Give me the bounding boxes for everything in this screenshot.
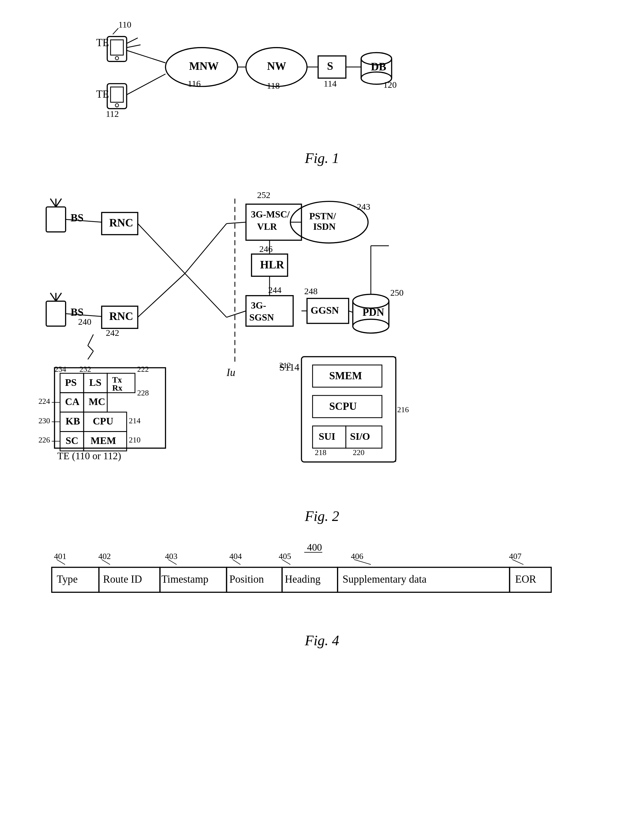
label-226: 226 <box>38 436 50 444</box>
svg-line-56 <box>88 334 94 345</box>
eor-cell: EOR <box>515 573 536 585</box>
svg-line-3 <box>127 38 138 44</box>
label-212: 212 <box>279 361 291 370</box>
label-250: 250 <box>390 288 404 298</box>
sc-label: SC <box>66 435 79 446</box>
label-224: 224 <box>38 397 50 406</box>
mc-label: MC <box>89 396 105 407</box>
svg-line-17 <box>127 74 166 95</box>
label-110: 110 <box>118 20 131 29</box>
svg-line-57 <box>88 346 94 351</box>
svg-line-27 <box>50 293 56 301</box>
scpu-label: SCPU <box>329 401 357 412</box>
timestamp-cell: Timestamp <box>161 573 209 585</box>
label-242: 242 <box>106 328 119 337</box>
bs1-label: BS <box>71 212 83 224</box>
label-406: 406 <box>351 552 363 561</box>
ls-label: LS <box>89 377 101 388</box>
label-214: 214 <box>129 416 141 425</box>
mem-label: MEM <box>90 435 116 446</box>
svg-line-36 <box>185 273 227 317</box>
fig4-title: 400 <box>307 542 322 553</box>
label-403: 403 <box>165 552 177 561</box>
pstn-label1: PSTN/ <box>309 211 336 221</box>
label-116: 116 <box>188 79 200 88</box>
tx-label: Tx <box>112 375 122 384</box>
sui-label: SUI <box>319 431 335 442</box>
label-401: 401 <box>54 552 67 561</box>
svg-line-5 <box>113 28 118 34</box>
svg-rect-7 <box>111 87 123 102</box>
svg-line-29 <box>56 293 61 301</box>
sgsn-label1: 3G- <box>251 300 266 311</box>
cpu-label: CPU <box>93 416 113 427</box>
svg-line-49 <box>349 311 353 313</box>
label-220: 220 <box>353 448 365 457</box>
fig4-svg: 400 401 402 403 404 405 406 407 <box>24 536 620 626</box>
pstn-label2: ISDN <box>313 221 335 232</box>
fig1-diagram: TE 110 TE 112 MNW 116 NW 118 S 114 <box>24 18 620 144</box>
fig2-diagram: BS RNC BS 240 RNC 242 <box>24 178 620 502</box>
label-230: 230 <box>38 416 50 425</box>
fig2-label: Fig. 2 <box>24 508 620 524</box>
label-402: 402 <box>99 552 111 561</box>
routeid-cell: Route ID <box>103 573 142 585</box>
nw-label: NW <box>267 60 286 72</box>
label-243: 243 <box>357 202 370 211</box>
position-cell: Position <box>229 573 264 585</box>
svg-point-45 <box>353 319 389 333</box>
label-118: 118 <box>267 81 280 90</box>
label-112: 112 <box>106 109 119 119</box>
bs2-label: BS <box>71 306 83 318</box>
heading-cell: Heading <box>285 573 320 585</box>
label-244: 244 <box>268 285 281 295</box>
hlr-label: HLR <box>260 259 284 271</box>
rnc2-label: RNC <box>109 310 133 323</box>
svg-line-33 <box>138 223 185 273</box>
svg-rect-21 <box>46 207 66 232</box>
kb-label: KB <box>66 416 80 427</box>
svg-rect-1 <box>111 40 123 55</box>
label-404: 404 <box>229 552 242 561</box>
label-234: 234 <box>54 365 66 373</box>
page: TE 110 TE 112 MNW 116 NW 118 S 114 <box>0 0 644 840</box>
db-label: DB <box>371 61 386 73</box>
sio-label: SI/O <box>350 431 370 442</box>
label-246: 246 <box>260 244 273 254</box>
label-114: 114 <box>324 79 337 88</box>
svg-point-44 <box>353 294 389 308</box>
svg-line-24 <box>56 199 61 207</box>
ca-label: CA <box>65 396 79 407</box>
label-248: 248 <box>304 287 317 296</box>
svg-line-16 <box>127 50 166 63</box>
label-240: 240 <box>78 317 91 326</box>
svg-point-8 <box>115 104 118 107</box>
sgsn-label2: SGSN <box>250 312 274 323</box>
ps-label: PS <box>65 377 77 388</box>
type-cell: Type <box>57 573 78 585</box>
svg-line-54 <box>227 222 246 224</box>
label-120: 120 <box>383 80 397 90</box>
svg-line-58 <box>88 351 94 360</box>
rnc1-label: RNC <box>109 216 133 229</box>
te-desc-label: TE (110 or 112) <box>57 450 121 462</box>
svg-rect-26 <box>46 301 66 326</box>
iu-label: Iu <box>227 367 235 378</box>
label-216: 216 <box>397 405 409 414</box>
te1-label: TE <box>96 37 109 49</box>
label-210: 210 <box>129 436 141 444</box>
label-218: 218 <box>315 448 327 457</box>
fig4-diagram: 400 401 402 403 404 405 406 407 <box>24 536 620 626</box>
svg-line-4 <box>127 45 140 47</box>
svg-rect-6 <box>107 84 127 108</box>
s-label: S <box>327 60 334 72</box>
label-222: 222 <box>137 365 149 373</box>
svg-point-2 <box>115 57 118 60</box>
pdn-label: PDN <box>363 306 384 318</box>
svg-line-34 <box>138 273 185 317</box>
suppdata-cell: Supplementary data <box>342 573 427 585</box>
fig4-label: Fig. 4 <box>24 632 620 648</box>
fig1-svg: TE 110 TE 112 MNW 116 NW 118 S 114 <box>24 18 620 144</box>
smem-label: SMEM <box>329 370 362 382</box>
msc-label1: 3G-MSC/ <box>251 209 290 219</box>
